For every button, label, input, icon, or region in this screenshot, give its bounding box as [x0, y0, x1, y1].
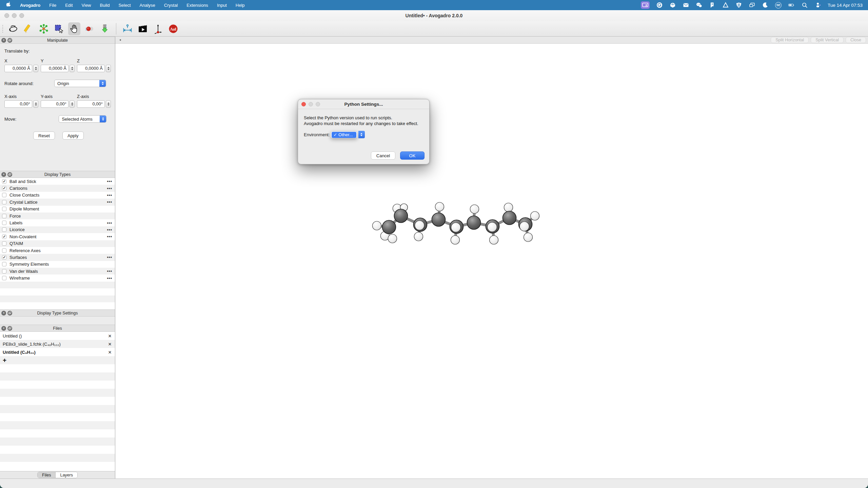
display-type-row[interactable]: Licorice••• [0, 226, 115, 233]
translate-z-input[interactable]: 0,0000 Å [77, 65, 105, 72]
se-badge[interactable]: SE [775, 2, 782, 8]
draw-tool[interactable] [22, 22, 35, 35]
flag-icon[interactable] [709, 2, 716, 8]
cube-icon[interactable] [669, 2, 676, 8]
display-type-options-icon[interactable]: ••• [107, 200, 112, 204]
display-type-row[interactable]: Van der Waals••• [0, 268, 115, 274]
display-type-options-icon[interactable]: ••• [107, 234, 112, 239]
cancel-button[interactable]: Cancel [371, 151, 395, 160]
menu-item-file[interactable]: File [49, 3, 56, 8]
label-tool[interactable]: AaI [167, 22, 179, 35]
display-type-row[interactable]: Reference Axes [0, 247, 115, 254]
display-type-options-icon[interactable]: ••• [107, 186, 112, 191]
translate-z-stepper[interactable] [106, 65, 111, 72]
display-type-row[interactable]: ✓Ball and Stick••• [0, 178, 115, 185]
add-file-row[interactable]: + [0, 356, 115, 364]
display-type-row[interactable]: ✓Cartoons••• [0, 185, 115, 191]
display-type-options-icon[interactable]: ••• [107, 221, 112, 225]
toolbar-drag-handle[interactable] [1, 23, 4, 35]
minimize-window-button[interactable] [12, 13, 17, 18]
checkbox-unchecked-icon[interactable] [2, 262, 6, 266]
translate-y-stepper[interactable] [70, 65, 75, 72]
menu-item-select[interactable]: Select [118, 3, 131, 8]
checkbox-unchecked-icon[interactable] [2, 241, 6, 246]
checkbox-unchecked-icon[interactable] [2, 269, 6, 273]
mail-icon[interactable] [683, 2, 689, 8]
display-type-options-icon[interactable]: ••• [107, 179, 112, 184]
display-type-row[interactable]: Symmetry Elements [0, 261, 115, 268]
display-type-row[interactable]: Crystal Lattice••• [0, 199, 115, 205]
checkbox-unchecked-icon[interactable] [2, 227, 6, 232]
file-close-icon[interactable]: × [108, 341, 112, 347]
checkbox-checked-icon[interactable]: ✓ [2, 235, 6, 239]
display-type-row[interactable]: Close Contacts••• [0, 192, 115, 199]
display-type-options-icon[interactable]: ••• [107, 193, 112, 198]
display-types-float-icon[interactable] [7, 172, 12, 177]
measure-tool[interactable] [121, 22, 134, 35]
import-tool[interactable]: E [99, 22, 111, 35]
dialog-close-button[interactable] [301, 102, 306, 106]
move-select[interactable]: Selected Atoms [59, 115, 106, 123]
menu-item-avogadro[interactable]: Avogadro [20, 3, 40, 8]
environment-option-other[interactable]: ✓ Other... [332, 132, 356, 138]
file-close-icon[interactable]: × [108, 333, 112, 339]
checkbox-checked-icon[interactable]: ✓ [2, 255, 6, 260]
navigate-tool[interactable] [7, 22, 19, 35]
menu-item-view[interactable]: View [82, 3, 91, 8]
display-type-options-icon[interactable]: ••• [107, 255, 112, 260]
menu-item-extensions[interactable]: Extensions [186, 3, 208, 8]
screen-mirroring-icon[interactable] [641, 1, 650, 9]
menu-item-crystal[interactable]: Crystal [164, 3, 178, 8]
reset-button[interactable]: Reset [33, 131, 55, 140]
translate-y-input[interactable]: 0,0000 Å [41, 65, 68, 72]
display-type-settings-float-icon[interactable] [7, 311, 12, 316]
display-type-row[interactable]: ✓Non-Covalent••• [0, 233, 115, 240]
user-switch-icon[interactable] [814, 2, 821, 8]
windows-icon[interactable] [749, 2, 755, 8]
rotate-y-stepper[interactable] [70, 100, 75, 108]
checkbox-unchecked-icon[interactable] [2, 214, 6, 218]
molecule-canvas[interactable] [115, 44, 868, 479]
display-type-options-icon[interactable]: ••• [107, 276, 112, 281]
checkbox-checked-icon[interactable]: ✓ [2, 186, 6, 190]
menu-clock[interactable]: Tue 14 Apr 07:53 [828, 3, 863, 8]
display-type-row[interactable]: Force [0, 212, 115, 219]
manipulate-tool[interactable] [68, 22, 80, 35]
tab-files[interactable]: Files [38, 472, 56, 478]
file-row[interactable]: PE8x3_slide_1.fchk (C₄₈H₁₀₂)× [0, 340, 115, 348]
display-type-row[interactable]: ✓Surfaces••• [0, 254, 115, 261]
environment-stepper-icon[interactable] [358, 131, 365, 138]
triangle-icon[interactable] [722, 2, 729, 8]
apply-button[interactable]: Apply [62, 131, 84, 140]
spotlight-search-icon[interactable] [801, 2, 808, 8]
add-file-icon[interactable]: + [3, 357, 6, 364]
checkbox-checked-icon[interactable]: ✓ [2, 179, 6, 184]
display-type-options-icon[interactable]: ••• [107, 269, 112, 273]
files-close-icon[interactable]: × [1, 326, 6, 331]
animation-tool[interactable] [137, 22, 149, 35]
wechat-icon[interactable] [696, 2, 703, 8]
close-view-button[interactable]: Close [846, 37, 866, 43]
rotate-z-input[interactable]: 0,00° [77, 100, 105, 108]
rotate-x-input[interactable]: 0,00° [4, 100, 32, 108]
manipulate-float-icon[interactable] [7, 38, 12, 43]
checkbox-unchecked-icon[interactable] [2, 200, 6, 204]
bond-centric-tool[interactable] [83, 22, 96, 35]
files-float-icon[interactable] [7, 326, 12, 331]
rotate-y-input[interactable]: 0,00° [41, 100, 68, 108]
display-type-row[interactable]: Wireframe••• [0, 274, 115, 281]
checkbox-unchecked-icon[interactable] [2, 248, 6, 253]
selection-tool[interactable] [53, 22, 65, 35]
file-close-icon[interactable]: × [108, 349, 112, 355]
menu-item-analyse[interactable]: Analyse [140, 3, 155, 8]
display-type-row[interactable]: Dipole Moment [0, 206, 115, 212]
translate-x-stepper[interactable] [33, 65, 38, 72]
checkbox-unchecked-icon[interactable] [2, 193, 6, 197]
manipulate-close-icon[interactable]: × [1, 38, 6, 43]
display-types-close-icon[interactable]: × [1, 172, 6, 177]
file-row[interactable]: Untitled (C₉H₂₀)× [0, 348, 115, 356]
display-type-options-icon[interactable]: ••• [107, 227, 112, 232]
shield-icon[interactable] [735, 2, 742, 8]
template-tool[interactable] [38, 22, 50, 35]
axes-tool[interactable] [152, 22, 164, 35]
